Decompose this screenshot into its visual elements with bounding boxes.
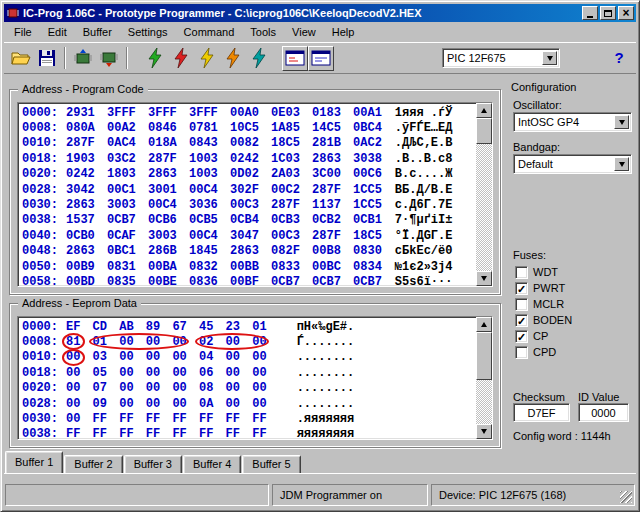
program-code-row[interactable]: 0058: 00BD 0835 00BE 0836 00BF 0CB7 0CB7…: [22, 274, 476, 287]
row-hex-words[interactable]: 00B9 0831 00BA 0832 00BB 0833 00BC 0834: [66, 260, 382, 274]
scroll-down-button[interactable]: [476, 424, 492, 439]
chevron-down-icon[interactable]: [542, 51, 557, 65]
row-hex-words[interactable]: 080A 00A2 0846 0781 10C5 1A85 14C5 0BC4: [66, 121, 382, 135]
buffer-tab[interactable]: Buffer 2: [64, 455, 122, 473]
row-hex-words[interactable]: 287F 0AC4 018A 0843 0082 18C5 281B 0AC2: [66, 136, 382, 150]
program-code-row[interactable]: 0010: 287F 0AC4 018A 0843 0082 18C5 281B…: [22, 136, 476, 151]
program-code-scrollbar[interactable]: [476, 103, 492, 286]
eeprom-data-row[interactable]: 0010: 00 03 00 00 00 04 00 00 ........: [22, 350, 476, 365]
save-file-button[interactable]: [34, 46, 60, 71]
program-code-row[interactable]: 0050: 00B9 0831 00BA 0832 00BB 0833 00BC…: [22, 259, 476, 274]
scroll-up-button[interactable]: [476, 317, 492, 332]
device-select[interactable]: PIC 12F675: [442, 48, 560, 68]
fuse-checkbox[interactable]: [515, 282, 528, 295]
menu-item[interactable]: Edit: [40, 24, 75, 41]
menu-item[interactable]: Help: [324, 24, 363, 41]
program-code-row[interactable]: 0040: 0CB0 0CAF 3003 00C4 3047 00C3 287F…: [22, 228, 476, 243]
oscillator-select[interactable]: IntOSC GP4: [513, 112, 632, 132]
eeprom-data-row[interactable]: 0020: 00 07 00 00 00 08 00 00 ........: [22, 381, 476, 396]
fuse-checkbox[interactable]: [515, 346, 528, 359]
fuse-checkbox[interactable]: [515, 298, 528, 311]
row-hex-words[interactable]: 2863 3003 00C4 3036 00C3 287F 1137 1CC5: [66, 198, 382, 212]
maximize-button[interactable]: [600, 6, 616, 20]
scroll-down-button[interactable]: [476, 271, 492, 286]
chevron-down-icon[interactable]: [614, 157, 629, 171]
program-code-row[interactable]: 0028: 3042 00C1 3001 00C4 302F 00C2 287F…: [22, 182, 476, 197]
menu-item[interactable]: View: [284, 24, 324, 41]
row-hex-words[interactable]: 2931 3FFF 3FFF 3FFF 00A0 0E03 0183 00A1: [66, 106, 382, 120]
program-code-row[interactable]: 0008: 080A 00A2 0846 0781 10C5 1A85 14C5…: [22, 120, 476, 135]
bandgap-select[interactable]: Default: [513, 154, 632, 174]
read-ic-button[interactable]: [70, 46, 96, 71]
menu-item[interactable]: Tools: [242, 24, 284, 41]
help-button[interactable]: [606, 46, 632, 71]
fuse-checkbox-row[interactable]: PWRT: [515, 280, 572, 296]
program-code-row[interactable]: 0030: 2863 3003 00C4 3036 00C3 287F 1137…: [22, 197, 476, 212]
fuse-checkbox-row[interactable]: CPD: [515, 344, 572, 360]
fuse-checkbox-row[interactable]: WDT: [515, 264, 572, 280]
verify-button[interactable]: [194, 46, 220, 71]
row-hex-bytes[interactable]: 00 03 00 00 00 04 00 00: [66, 350, 267, 364]
row-hex-words[interactable]: 2863 0BC1 286B 1845 2863 082F 00B8 0830: [66, 244, 382, 258]
program-code-row[interactable]: 0018: 1903 03C2 287F 1003 0242 1C03 2863…: [22, 151, 476, 166]
fuse-checkbox-row[interactable]: CP: [515, 328, 572, 344]
row-hex-bytes[interactable]: 00 09 00 00 00 0A 00 00: [66, 397, 267, 411]
resize-grip[interactable]: [620, 491, 632, 503]
row-hex-bytes[interactable]: 81 01 00 00 00 02 00 00: [66, 335, 267, 349]
blank-check-button[interactable]: [246, 46, 272, 71]
menu-item[interactable]: Command: [176, 24, 243, 41]
read-all-button[interactable]: [168, 46, 194, 71]
buffer-tab[interactable]: Buffer 1: [5, 451, 63, 473]
row-hex-words[interactable]: 00BD 0835 00BE 0836 00BF 0CB7 0CB7 0CB7: [66, 275, 382, 287]
program-code-row[interactable]: 0020: 0242 1803 2863 1003 0D02 2A03 3C00…: [22, 167, 476, 182]
write-ic-button[interactable]: [96, 46, 122, 71]
menu-item[interactable]: Buffer: [75, 24, 120, 41]
chevron-down-icon[interactable]: [614, 115, 629, 129]
buffer-tab[interactable]: Buffer 5: [242, 455, 300, 473]
eeprom-scrollbar[interactable]: [476, 317, 492, 439]
close-button[interactable]: [618, 6, 634, 20]
window-title: IC-Prog 1.06C - Prototype Programmer - C…: [23, 7, 580, 19]
erase-all-button[interactable]: [220, 46, 246, 71]
row-hex-words[interactable]: 1903 03C2 287F 1003 0242 1C03 2863 3038: [66, 152, 382, 166]
fuse-checkbox-row[interactable]: MCLR: [515, 296, 572, 312]
eeprom-data-row[interactable]: 0008: 81 01 00 00 00 02 00 00 Ѓ.......: [22, 334, 476, 349]
eeprom-data-row[interactable]: 0030: 00 FF FF FF FF FF FF FF .яяяяяяя: [22, 411, 476, 426]
row-hex-words[interactable]: 0CB0 0CAF 3003 00C4 3047 00C3 287F 18C5: [66, 229, 382, 243]
fuse-checkbox[interactable]: [515, 330, 528, 343]
checksum-field[interactable]: D7EF: [513, 403, 570, 422]
minimize-button[interactable]: [582, 6, 598, 20]
eeprom-data-row[interactable]: 0018: 00 05 00 00 00 06 00 00 ........: [22, 365, 476, 380]
hex-window-button[interactable]: [308, 46, 334, 71]
fuse-checkbox-row[interactable]: BODEN: [515, 312, 572, 328]
row-hex-bytes[interactable]: 00 FF FF FF FF FF FF FF: [66, 412, 267, 426]
eeprom-data-row[interactable]: 0000: EF CD AB 89 67 45 23 01 пН«‰gE#.: [22, 319, 476, 334]
fuse-checkbox[interactable]: [515, 266, 528, 279]
program-code-row[interactable]: 0000: 2931 3FFF 3FFF 3FFF 00A0 0E03 0183…: [22, 105, 476, 120]
program-all-button[interactable]: [142, 46, 168, 71]
scrollbar-thumb[interactable]: [476, 332, 492, 380]
eeprom-data-row[interactable]: 0028: 00 09 00 00 00 0A 00 00 ........: [22, 396, 476, 411]
menu-item[interactable]: Settings: [120, 24, 176, 41]
fuse-checkbox[interactable]: [515, 314, 528, 327]
row-hex-words[interactable]: 3042 00C1 3001 00C4 302F 00C2 287F 1CC5: [66, 183, 382, 197]
row-hex-words[interactable]: 0242 1803 2863 1003 0D02 2A03 3C00 00C6: [66, 167, 382, 181]
row-hex-bytes[interactable]: FF FF FF FF FF FF FF FF: [66, 427, 267, 440]
program-code-row[interactable]: 0048: 2863 0BC1 286B 1845 2863 082F 00B8…: [22, 244, 476, 259]
menu-item[interactable]: File: [6, 24, 40, 41]
scrollbar-thumb[interactable]: [476, 118, 492, 144]
buffer-tab[interactable]: Buffer 3: [124, 455, 182, 473]
row-hex-words[interactable]: 1537 0CB7 0CB6 0CB5 0CB4 0CB3 0CB2 0CB1: [66, 213, 382, 227]
program-code-row[interactable]: 0038: 1537 0CB7 0CB6 0CB5 0CB4 0CB3 0CB2…: [22, 213, 476, 228]
row-hex-bytes[interactable]: 00 05 00 00 00 06 00 00: [66, 366, 267, 380]
row-hex-bytes[interactable]: EF CD AB 89 67 45 23 01: [66, 320, 267, 334]
eeprom-data-row[interactable]: 0038: FF FF FF FF FF FF FF FF яяяяяяяя: [22, 427, 476, 440]
id-value-field[interactable]: 0000: [578, 403, 629, 422]
row-hex-bytes[interactable]: 00 07 00 00 00 08 00 00: [66, 381, 267, 395]
eeprom-data-hexview[interactable]: 0000: EF CD AB 89 67 45 23 01 пН«‰gE#. 0…: [17, 316, 493, 440]
scroll-up-button[interactable]: [476, 103, 492, 118]
code-window-button[interactable]: [282, 46, 308, 71]
program-code-hexview[interactable]: 0000: 2931 3FFF 3FFF 3FFF 00A0 0E03 0183…: [17, 102, 493, 287]
buffer-tab[interactable]: Buffer 4: [183, 455, 241, 473]
open-file-button[interactable]: [8, 46, 34, 71]
